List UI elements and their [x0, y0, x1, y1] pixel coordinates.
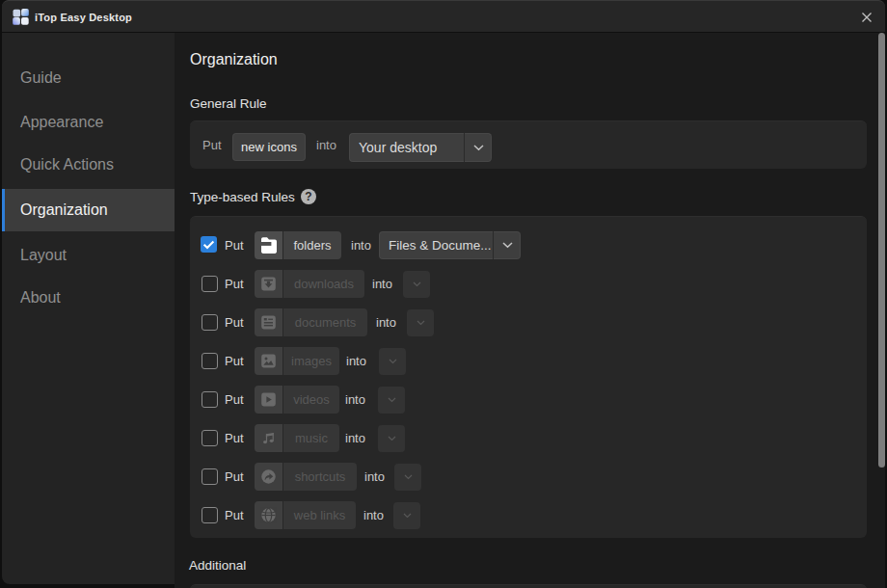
svg-text:?: ?	[305, 190, 311, 203]
